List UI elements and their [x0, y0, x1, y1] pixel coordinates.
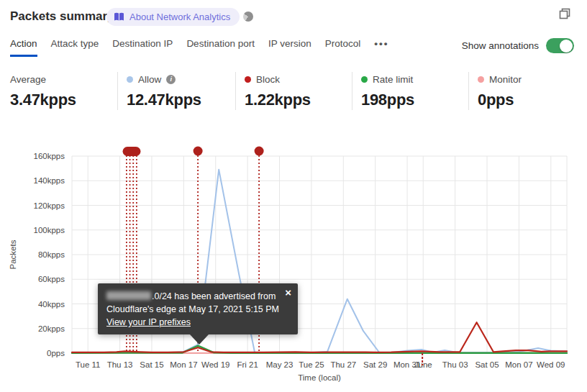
y-tick-label: 140kpps: [34, 176, 65, 185]
pie-chart-icon[interactable]: [243, 12, 253, 22]
tab-destination-ip[interactable]: Destination IP: [112, 38, 173, 57]
divider: [117, 72, 118, 110]
x-tick-label: June: [414, 360, 432, 369]
view-ip-prefixes-link[interactable]: View your IP prefixes: [106, 317, 191, 327]
x-tick-label: Tue 11: [76, 360, 101, 369]
tooltip-close-icon[interactable]: ×: [285, 286, 291, 299]
x-tick-label: Thu 03: [442, 360, 468, 369]
y-tick-label: 100kpps: [34, 226, 65, 234]
info-icon[interactable]: i: [166, 75, 176, 84]
annotation-dot: [194, 147, 203, 156]
stat-allow-label: Allow: [138, 74, 161, 85]
y-tick-label: 0pps: [47, 349, 65, 357]
block-legend-dot: [245, 76, 251, 83]
x-tick-label: Fri 21: [237, 360, 258, 369]
show-annotations-control: Show annotations: [462, 38, 574, 53]
y-tick-label: 20kpps: [38, 324, 65, 333]
y-tick-label: 40kpps: [38, 300, 65, 309]
stat-average-value: 3.47kpps: [10, 91, 118, 109]
tooltip-line-1: .0/24 has been advertised from: [152, 291, 276, 301]
y-axis-title: Packets: [9, 240, 17, 269]
packets-time-series-chart[interactable]: 0pps20kpps40kpps60kpps80kpps100kpps120kp…: [0, 137, 587, 392]
divider: [352, 72, 352, 110]
tooltip-arrow: [190, 334, 209, 345]
y-tick-label: 80kpps: [38, 250, 65, 259]
redacted-ip-prefix: [106, 291, 151, 300]
annotation-cluster-dot: [123, 147, 141, 156]
stat-allow: Allow i 12.47kpps: [127, 73, 235, 109]
tabs-more-button[interactable]: •••: [374, 38, 388, 57]
tab-destination-port[interactable]: Destination port: [186, 38, 255, 57]
about-network-analytics-link[interactable]: About Network Analytics: [106, 8, 240, 26]
tab-action[interactable]: Action: [10, 38, 37, 57]
x-tick-label: Sat 29: [363, 360, 387, 369]
stat-average: Average 3.47kpps: [10, 73, 118, 109]
stat-allow-value: 12.47kpps: [127, 91, 235, 109]
allow-legend-dot: [127, 76, 133, 83]
tab-protocol[interactable]: Protocol: [325, 38, 361, 57]
stat-block-value: 1.22kpps: [245, 91, 352, 109]
x-tick-label: Wed 19: [201, 360, 229, 369]
popout-window-icon[interactable]: [558, 7, 571, 20]
x-tick-label: Mon 07: [505, 360, 532, 369]
x-tick-label: Thu 13: [107, 360, 133, 369]
network-analytics-panel: Packets summary About Network Analytics …: [0, 0, 587, 392]
tab-bar: Action Attack type Destination IP Destin…: [10, 38, 388, 57]
x-tick-label: Wed 09: [537, 360, 565, 369]
y-tick-label: 160kpps: [34, 152, 65, 160]
book-icon: [114, 12, 124, 22]
tooltip-line-2: Cloudflare's edge at May 17, 2021 5:15 P…: [106, 303, 289, 316]
x-tick-label: Thu 27: [330, 360, 356, 369]
stat-block: Block 1.22kpps: [245, 73, 352, 109]
stat-rate-limit-label: Rate limit: [373, 74, 413, 85]
annotation-dot: [255, 147, 264, 156]
x-tick-label: Tue 25: [299, 360, 324, 369]
show-annotations-label: Show annotations: [462, 40, 539, 51]
stat-rate-limit-value: 198pps: [361, 91, 469, 109]
annotation-tooltip: × .0/24 has been advertised from Cloudfl…: [98, 283, 298, 334]
y-tick-label: 120kpps: [34, 201, 65, 210]
tab-ip-version[interactable]: IP version: [268, 38, 311, 57]
divider: [235, 72, 236, 110]
divider: [468, 72, 469, 110]
stat-rate-limit: Rate limit 198pps: [361, 73, 469, 109]
show-annotations-toggle[interactable]: [546, 38, 574, 53]
x-tick-label: May 23: [266, 360, 294, 369]
page-title: Packets summary: [10, 9, 114, 24]
about-link-label: About Network Analytics: [129, 12, 230, 22]
x-axis-title: Time (local): [298, 373, 341, 382]
y-tick-label: 60kpps: [38, 275, 65, 283]
x-tick-label: Mon 17: [170, 360, 197, 369]
axis-labels: 0pps20kpps40kpps60kpps80kpps100kpps120kp…: [9, 152, 565, 382]
rate-limit-legend-dot: [361, 76, 368, 83]
stat-monitor-value: 0pps: [478, 91, 586, 109]
monitor-legend-dot: [478, 76, 484, 83]
annotation-markers[interactable]: [123, 147, 264, 157]
stat-average-label: Average: [10, 74, 46, 85]
x-tick-label: Sat 05: [475, 360, 499, 369]
toggle-knob: [560, 40, 573, 53]
stat-block-label: Block: [256, 74, 280, 85]
tab-attack-type[interactable]: Attack type: [51, 38, 99, 57]
x-tick-label: Sat 15: [140, 360, 163, 369]
stat-monitor: Monitor 0pps: [478, 73, 586, 109]
stat-monitor-label: Monitor: [489, 74, 522, 85]
